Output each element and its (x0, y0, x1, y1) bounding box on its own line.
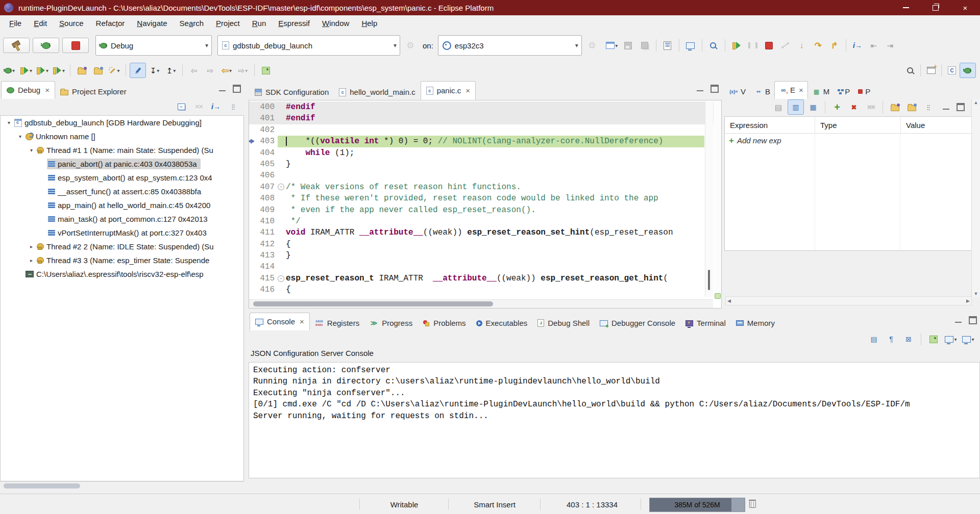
maximize-editor-icon[interactable] (710, 85, 719, 93)
code-line[interactable]: 404 while (1); (249, 147, 721, 159)
console-output[interactable]: Executing action: confserver Running nin… (249, 362, 980, 478)
remove-all-terminated-icon[interactable]: ✕✕ (191, 99, 206, 114)
tab-memory[interactable]: Memory (731, 316, 780, 330)
search-icon[interactable] (902, 63, 918, 78)
horizontal-sash[interactable] (249, 309, 980, 312)
tree-item[interactable]: ▾gdbstub_debug_launch [GDB Hardware Debu… (1, 116, 243, 130)
step-return-icon[interactable]: ↱ (827, 38, 842, 53)
tab-project-explorer[interactable]: Project Explorer (55, 84, 132, 99)
column-expression[interactable]: Expression (725, 117, 815, 133)
tab-console[interactable]: Console× (250, 313, 310, 330)
instruction-stepping-icon[interactable]: i→ (850, 38, 865, 53)
editor-hscrollbar[interactable] (249, 299, 713, 308)
tree-item[interactable]: ▸Thread #3 3 (Name: esp_timer State: Sus… (1, 253, 243, 267)
close-tab-icon[interactable]: × (300, 317, 304, 326)
terminate-launch-button[interactable] (62, 38, 89, 53)
code-line[interactable]: 413} (249, 250, 721, 261)
collapse-all-icon[interactable] (174, 99, 189, 114)
expander-closed-icon[interactable]: ▸ (27, 258, 36, 263)
code-line[interactable]: 410 */ (249, 216, 721, 227)
close-button[interactable]: × (950, 0, 980, 15)
code-line[interactable]: 406 (249, 170, 721, 181)
word-wrap-icon[interactable]: ¶ (884, 332, 899, 346)
forward-history-icon[interactable]: ⇨▾ (235, 63, 251, 78)
tab-p[interactable]: P (854, 84, 874, 99)
run-history-icon[interactable]: ▾ (18, 63, 34, 78)
minimize-view-icon[interactable] (955, 321, 962, 323)
debug-history-icon[interactable]: ▾ (2, 63, 17, 78)
menu-help[interactable]: Help (355, 19, 383, 28)
disconnect-icon[interactable] (778, 38, 793, 53)
scroll-down-icon[interactable]: ▼ (974, 291, 978, 296)
import-expressions-icon[interactable] (904, 100, 919, 114)
display-selected-console-icon[interactable]: ▾ (943, 332, 959, 346)
expander-open-icon[interactable]: ▾ (5, 120, 13, 125)
forward-icon[interactable]: ⇨ (203, 63, 218, 78)
new-wizard-icon[interactable]: ▾ (107, 63, 122, 78)
column-type[interactable]: Type (815, 117, 901, 133)
add-expression-icon[interactable]: + (829, 100, 845, 114)
show-logical-structures-icon[interactable]: ▥ (788, 99, 804, 115)
pin-editor-icon[interactable] (258, 63, 274, 78)
tab-progress[interactable]: Progress (364, 316, 418, 330)
tab-debug-shell[interactable]: Debug Shell (532, 316, 595, 330)
debug-button[interactable] (33, 38, 59, 53)
tab-b[interactable]: B (750, 84, 774, 99)
resume-icon[interactable] (729, 38, 744, 53)
code-line[interactable]: 412{ (249, 239, 721, 250)
previous-annotation-icon[interactable]: ↥▾ (163, 63, 179, 78)
close-tab-icon[interactable]: × (465, 86, 470, 95)
mark-occurrences-icon[interactable] (130, 63, 146, 78)
tree-item[interactable]: main_task() at port_common.c:127 0x42013 (1, 212, 243, 226)
add-expression-row[interactable]: + Add new exp (725, 134, 971, 147)
collapse-fold-icon[interactable]: − (278, 184, 284, 190)
expressions-vscrollbar[interactable]: ▲▼ (971, 99, 980, 297)
launch-mode-combo[interactable]: Debug ▾ (95, 35, 212, 56)
code-line[interactable]: 402 (249, 124, 721, 136)
code-line[interactable]: 403 *((volatile int *) 0) = 0; // NOLINT… (249, 136, 721, 147)
tree-item[interactable]: ▾Unknown name [] (1, 130, 243, 143)
save-all-icon[interactable] (637, 38, 652, 53)
step-into-icon[interactable]: ↓ (794, 38, 810, 53)
layout-icon[interactable]: ▦ (805, 100, 821, 114)
menu-edit[interactable]: Edit (28, 19, 53, 28)
open-perspective-icon[interactable] (923, 63, 939, 78)
fold-region[interactable]: − (278, 275, 286, 282)
code-line[interactable]: 415−esp_reset_reason_t IRAM_ATTR __attri… (249, 273, 721, 284)
expander-open-icon[interactable]: ▾ (16, 134, 24, 139)
collapse-fold-icon[interactable]: − (278, 275, 284, 282)
next-annotation-icon[interactable]: ↧▾ (147, 63, 162, 78)
tree-item[interactable]: ▸Thread #2 2 (Name: IDLE State: Suspende… (1, 240, 243, 253)
heap-status[interactable]: 385M of 526M (649, 498, 745, 512)
code-editor[interactable]: 400#endif401#endif402403 *((volatile int… (249, 100, 722, 309)
code-line[interactable]: 414 (249, 261, 721, 272)
expander-open-icon[interactable]: ▾ (27, 147, 36, 153)
open-project-icon[interactable] (74, 63, 89, 78)
tab-sdk-configuration[interactable]: SDK Configuration (250, 84, 334, 100)
scrollbar-thumb[interactable] (4, 483, 80, 489)
tab-e[interactable]: E× (774, 81, 808, 99)
tree-item[interactable]: app_main() at hello_world_main.c:45 0x42… (1, 198, 243, 212)
code-line[interactable]: 409 * even if the app never called esp_r… (249, 204, 721, 216)
trace-left-icon[interactable]: ⇤ (866, 38, 881, 53)
open-console-icon[interactable]: ▾ (961, 332, 976, 346)
show-type-names-icon[interactable]: ▤ (771, 100, 786, 114)
close-tab-icon[interactable]: × (799, 86, 803, 94)
tab-debugger-console[interactable]: Debugger Console (595, 316, 680, 330)
tab-m[interactable]: M (808, 84, 834, 99)
save-icon[interactable] (621, 38, 636, 53)
tab-hello-world-main-c[interactable]: hello_world_main.c (334, 84, 420, 100)
scroll-left-icon[interactable]: ◀ (727, 298, 731, 303)
export-expressions-icon[interactable] (887, 100, 902, 114)
target-settings-icon[interactable] (584, 38, 600, 53)
maximize-view-icon[interactable] (957, 103, 965, 111)
menu-project[interactable]: Project (210, 19, 246, 28)
expressions-hscrollbar[interactable]: ◀▶ (725, 296, 972, 305)
view-menu-icon[interactable]: ⋮ (921, 100, 936, 114)
minimize-view-icon[interactable] (943, 108, 949, 110)
menu-window[interactable]: Window (316, 19, 355, 28)
remove-expression-icon[interactable]: ✖ (846, 100, 862, 114)
binary-file-icon[interactable] (660, 38, 675, 53)
menu-file[interactable]: File (3, 19, 28, 28)
run-last-icon[interactable]: ▾ (35, 63, 50, 78)
